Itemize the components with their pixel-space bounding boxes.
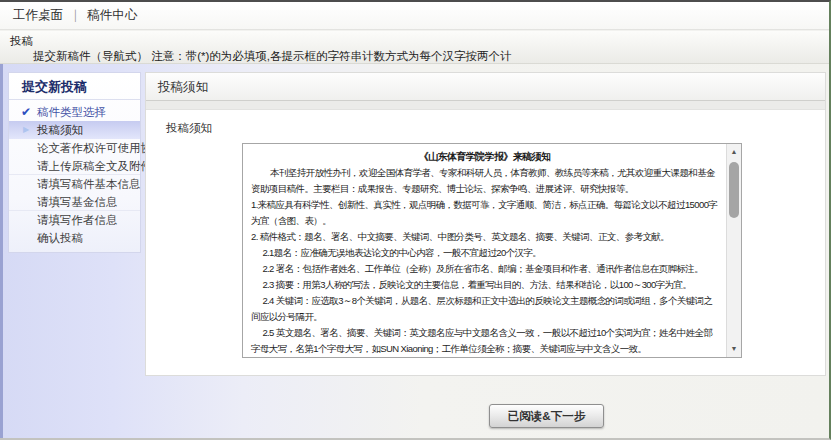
notice-paragraph: 2.3 摘要：用第3人称的写法，反映论文的主要信息，着重写出目的、方法、结果和结… — [251, 277, 718, 293]
step-label: 确认投稿 — [37, 232, 83, 244]
step-label: 请填写作者信息 — [37, 214, 118, 226]
step-submission-notice[interactable]: ▶ 投稿须知 — [9, 121, 140, 139]
panel-body: 投稿须知 《山东体育学院学报》来稿须知 本刊坚持开放性办刊，欢迎全国体育学者、专… — [146, 110, 825, 374]
step-basic-info[interactable]: 请填写稿件基本信息 — [9, 175, 140, 193]
notice-paragraph: 本刊坚持开放性办刊，欢迎全国体育学者、专家和科研人员，体育教师、教练员等来稿，尤… — [251, 165, 718, 197]
current-step-arrow-icon: ▶ — [19, 121, 33, 139]
step-label: 请上传原稿全文及附件 — [37, 160, 152, 172]
main-panel: 投稿须知 投稿须知 《山东体育学院学报》来稿须知 本刊坚持开放性办刊，欢迎全国体… — [145, 72, 826, 376]
submission-steps-sidebar: 提交新投稿 ✔ 稿件类型选择 ▶ 投稿须知 论文著作权许可使用协议 请上传原稿全… — [8, 72, 141, 253]
notice-title: 《山东体育学院学报》来稿须知 — [251, 149, 718, 165]
section-label: 投稿 — [10, 34, 33, 49]
step-copyright-agreement[interactable]: 论文著作权许可使用协议 — [9, 139, 140, 157]
step-fund-info[interactable]: 请填写基金信息 — [9, 193, 140, 211]
notice-paragraph: 1.来稿应具有科学性、创新性、真实性，观点明确，数据可靠，文字通顺、简洁，标点正… — [251, 197, 718, 229]
topbar: 工作桌面｜稿件中心 — [0, 2, 829, 30]
read-and-next-button[interactable]: 已阅读&下一步 — [489, 404, 604, 428]
scrollbar-thumb[interactable] — [729, 162, 739, 218]
step-manuscript-type[interactable]: ✔ 稿件类型选择 — [9, 103, 140, 121]
step-label: 请填写稿件基本信息 — [37, 178, 141, 190]
submit-new-manuscript-note: 提交新稿件（导航式） 注意：带(*)的为必填项,各提示框的字符串计数方式为每个汉… — [33, 49, 512, 64]
sidebar-title: 提交新投稿 — [9, 73, 140, 100]
notice-paragraph: 2. 稿件格式：题名、署名、中文摘要、关键词、中图分类号、英文题名、摘要、关键词… — [251, 229, 718, 245]
step-label: 请填写基金信息 — [37, 196, 118, 208]
topbar-separator: ｜ — [69, 8, 81, 22]
panel-divider — [146, 101, 825, 110]
topbar-item-manuscript-center[interactable]: 稿件中心 — [87, 8, 137, 22]
notice-textarea[interactable]: 《山东体育学院学报》来稿须知 本刊坚持开放性办刊，欢迎全国体育学者、专家和科研人… — [242, 143, 742, 358]
check-icon: ✔ — [19, 103, 33, 121]
scroll-down-icon[interactable]: ▼ — [727, 342, 741, 356]
notice-scrollbar[interactable]: ▲ ▼ — [726, 144, 741, 357]
notice-paragraph: 2.4 关键词：应选取3～8个关键词，从题名、层次标题和正文中选出的反映论文主题… — [251, 293, 718, 325]
notice-paragraph: 2.5 英文题名、署名、摘要、关键词：英文题名应与中文题名含义一致，一般以不超过… — [251, 325, 718, 357]
notice-paragraph: 2.2 署名：包括作者姓名、工作单位（全称）及所在省市名、邮编；基金项目和作者、… — [251, 261, 718, 277]
step-author-info[interactable]: 请填写作者信息 — [9, 211, 140, 229]
scroll-up-icon[interactable]: ▲ — [727, 145, 741, 159]
notice-paragraph: 2.1题名：应准确无误地表达论文的中心内容，一般不宜超过20个汉字。 — [251, 245, 718, 261]
step-label: 投稿须知 — [37, 124, 83, 136]
step-upload-fulltext[interactable]: 请上传原稿全文及附件 — [9, 157, 140, 175]
topbar-item-workdesk[interactable]: 工作桌面 — [13, 8, 63, 22]
workspace-background: 提交新投稿 ✔ 稿件类型选择 ▶ 投稿须知 论文著作权许可使用协议 请上传原稿全… — [0, 64, 829, 440]
notice-text-content: 《山东体育学院学报》来稿须知 本刊坚持开放性办刊，欢迎全国体育学者、专家和科研人… — [243, 144, 726, 357]
manuscript-center-page: 工作桌面｜稿件中心 投稿 提交新稿件（导航式） 注意：带(*)的为必填项,各提示… — [0, 0, 831, 440]
panel-header-title: 投稿须知 — [146, 73, 825, 101]
step-confirm-submission[interactable]: 确认投稿 — [9, 229, 140, 247]
notice-field-label: 投稿须知 — [166, 121, 212, 136]
submission-subbar: 投稿 提交新稿件（导航式） 注意：带(*)的为必填项,各提示框的字符串计数方式为… — [0, 31, 829, 64]
step-label: 稿件类型选择 — [37, 106, 106, 118]
